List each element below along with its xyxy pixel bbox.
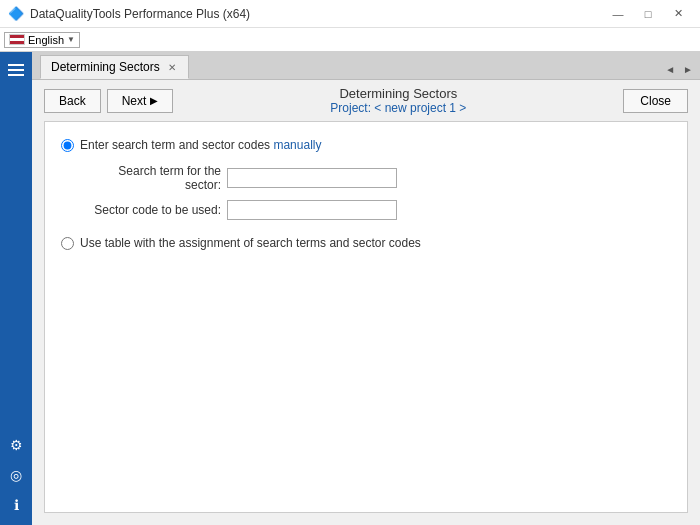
sector-code-row: Sector code to be used: — [81, 200, 671, 220]
option2-radio-input[interactable] — [61, 237, 74, 250]
app-icon: 🔷 — [8, 6, 24, 21]
form-fields: Search term for the sector: Sector code … — [81, 164, 671, 220]
tab-bar-controls: ◄ ► — [662, 64, 696, 75]
maximize-button[interactable]: □ — [634, 3, 662, 25]
back-button[interactable]: Back — [44, 89, 101, 113]
option2-radio[interactable]: Use table with the assignment of search … — [61, 236, 671, 250]
wizard-title-block: Determining Sectors Project: < new proje… — [330, 86, 466, 115]
tab-scroll-right[interactable]: ► — [680, 64, 696, 75]
title-bar: 🔷 DataQualityTools Performance Plus (x64… — [0, 0, 700, 28]
language-flag — [9, 34, 25, 45]
sector-code-input[interactable] — [227, 200, 397, 220]
search-term-label: Search term for the sector: — [81, 164, 221, 192]
gear-icon: ⚙ — [10, 437, 23, 453]
info-button[interactable]: ℹ — [4, 493, 28, 517]
sidebar-menu-button[interactable] — [2, 58, 30, 82]
next-arrow-icon: ▶ — [150, 95, 158, 106]
option1-label-highlight: manually — [273, 138, 321, 152]
wizard-content-panel: Enter search term and sector codes manua… — [44, 121, 688, 513]
language-label: English — [28, 34, 64, 46]
wizard-project[interactable]: Project: < new project 1 > — [330, 101, 466, 115]
wizard-header: Back Next ▶ Determining Sectors Project:… — [32, 80, 700, 121]
option1-radio[interactable]: Enter search term and sector codes manua… — [61, 138, 671, 152]
language-bar: English ▼ — [0, 28, 700, 52]
search-term-row: Search term for the sector: — [81, 164, 671, 192]
sidebar: ⚙ ◎ ℹ — [0, 52, 32, 525]
sector-code-label: Sector code to be used: — [81, 203, 221, 217]
title-bar-controls: — □ ✕ — [604, 3, 692, 25]
title-bar-title: DataQualityTools Performance Plus (x64) — [30, 7, 250, 21]
menu-line-3 — [8, 74, 24, 76]
tab-bar: Determining Sectors ✕ ◄ ► — [32, 52, 700, 80]
content-area: Determining Sectors ✕ ◄ ► Back Next ▶ — [32, 52, 700, 525]
menu-line-2 — [8, 69, 24, 71]
wizard-area: Back Next ▶ Determining Sectors Project:… — [32, 80, 700, 525]
menu-line-1 — [8, 64, 24, 66]
option1-label: Enter search term and sector codes manua… — [80, 138, 321, 152]
language-selector[interactable]: English ▼ — [4, 32, 80, 48]
wizard-title: Determining Sectors — [330, 86, 466, 101]
help-icon: ◎ — [10, 467, 22, 483]
wizard-nav-buttons: Back Next ▶ — [44, 89, 173, 113]
main-container: ⚙ ◎ ℹ Determining Sectors ✕ ◄ ► — [0, 52, 700, 525]
chevron-down-icon: ▼ — [67, 35, 75, 44]
help-button[interactable]: ◎ — [4, 463, 28, 487]
tab-label: Determining Sectors — [51, 60, 160, 74]
option1-label-pre: Enter search term and sector codes — [80, 138, 273, 152]
title-bar-left: 🔷 DataQualityTools Performance Plus (x64… — [8, 6, 250, 21]
sidebar-bottom-icons: ⚙ ◎ ℹ — [4, 433, 28, 525]
option1-radio-input[interactable] — [61, 139, 74, 152]
tab-scroll-left[interactable]: ◄ — [662, 64, 678, 75]
wizard-close-button[interactable]: Close — [623, 89, 688, 113]
minimize-button[interactable]: — — [604, 3, 632, 25]
window-close-button[interactable]: ✕ — [664, 3, 692, 25]
next-label: Next — [122, 94, 147, 108]
settings-button[interactable]: ⚙ — [4, 433, 28, 457]
tab-close-button[interactable]: ✕ — [166, 62, 178, 73]
option2-label: Use table with the assignment of search … — [80, 236, 421, 250]
next-button[interactable]: Next ▶ — [107, 89, 174, 113]
search-term-input[interactable] — [227, 168, 397, 188]
info-icon: ℹ — [14, 497, 19, 513]
determining-sectors-tab[interactable]: Determining Sectors ✕ — [40, 55, 189, 79]
